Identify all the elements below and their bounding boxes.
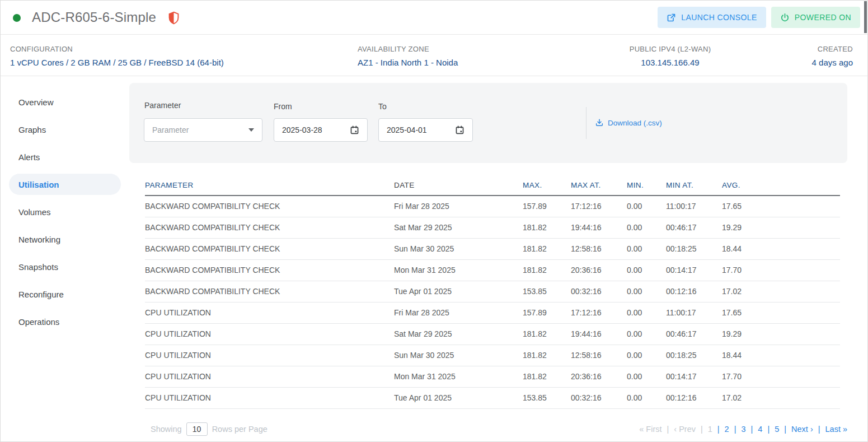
cell-parameter: BACKWARD COMPATIBILITY CHECK <box>145 196 394 217</box>
cell-min: 0.00 <box>627 217 666 238</box>
column-header-min[interactable]: MIN. <box>627 175 666 196</box>
table-row[interactable]: CPU UTILIZATIONTue Apr 01 2025153.8500:3… <box>145 387 840 408</box>
cell-avg: 17.02 <box>722 387 840 408</box>
cell-min: 0.00 <box>627 323 666 345</box>
table-row[interactable]: CPU UTILIZATIONFri Mar 28 2025157.8917:1… <box>145 302 840 323</box>
calendar-icon <box>455 125 465 135</box>
sidebar-item-networking[interactable]: Networking <box>9 229 121 250</box>
pagination-4[interactable]: 4 <box>758 425 762 434</box>
cell-max-at: 20:36:16 <box>571 259 627 281</box>
server-detail-page: ADC-R605-6-Simple LAUNCH CONSOLE <box>0 0 868 442</box>
configuration-value[interactable]: 1 vCPU Cores / 2 GB RAM / 25 GB / FreeBS… <box>10 58 358 67</box>
server-status-dot <box>13 14 21 22</box>
sidebar-item-reconfigure[interactable]: Reconfigure <box>9 283 121 305</box>
cell-avg: 17.02 <box>722 281 840 302</box>
public-ipv4-info: PUBLIC IPV4 (L2-WAN) 103.145.166.49 <box>595 35 745 76</box>
cell-parameter: CPU UTILIZATION <box>145 345 394 366</box>
cell-date: Sun Mar 30 2025 <box>394 345 523 366</box>
cell-min: 0.00 <box>627 281 666 302</box>
pagination-separator: | <box>701 425 703 434</box>
cell-min-at: 11:00:17 <box>666 196 722 217</box>
table-row[interactable]: BACKWARD COMPATIBILITY CHECKTue Apr 01 2… <box>145 281 840 302</box>
configuration-info: CONFIGURATION 1 vCPU Cores / 2 GB RAM / … <box>1 35 358 76</box>
download-csv-label: Download (.csv) <box>608 119 662 127</box>
cell-date: Mon Mar 31 2025 <box>394 259 523 281</box>
page-title: ADC-R605-6-Simple <box>32 10 156 25</box>
cell-max: 181.82 <box>523 345 571 366</box>
column-header-avg[interactable]: AVG. <box>722 175 840 196</box>
powered-on-button[interactable]: POWERED ON <box>771 7 860 28</box>
cell-avg: 18.44 <box>722 345 840 366</box>
created-value: 4 days ago <box>745 58 853 67</box>
cell-avg: 19.29 <box>722 217 840 238</box>
sidebar-item-graphs[interactable]: Graphs <box>9 119 121 140</box>
table-body: BACKWARD COMPATIBILITY CHECKFri Mar 28 2… <box>145 196 840 408</box>
table-row[interactable]: BACKWARD COMPATIBILITY CHECKSat Mar 29 2… <box>145 217 840 238</box>
sidebar-item-operations[interactable]: Operations <box>9 311 121 332</box>
availability-zone-value[interactable]: AZ1 - India North 1 - Noida <box>358 58 595 67</box>
parameter-label: Parameter <box>144 101 181 110</box>
download-csv-link[interactable]: Download (.csv) <box>595 114 662 132</box>
sidebar-item-utilisation[interactable]: Utilisation <box>9 174 121 195</box>
sidebar-item-label: Volumes <box>18 207 51 217</box>
cell-parameter: CPU UTILIZATION <box>145 387 394 408</box>
launch-console-label: LAUNCH CONSOLE <box>681 13 757 22</box>
pagination-separator: | <box>784 425 786 434</box>
cell-avg: 17.70 <box>722 366 840 387</box>
cell-min-at: 00:14:17 <box>666 366 722 387</box>
column-header-parameter[interactable]: PARAMETER <box>145 175 394 196</box>
pagination-5[interactable]: 5 <box>775 425 779 434</box>
power-icon <box>780 13 790 22</box>
pagination-prev: ‹ Prev <box>674 425 696 434</box>
cell-min: 0.00 <box>627 238 666 259</box>
cell-date: Mon Mar 31 2025 <box>394 366 523 387</box>
pagination-next[interactable]: Next › <box>791 425 813 434</box>
cell-date: Sat Mar 29 2025 <box>394 323 523 345</box>
column-header-max-at[interactable]: MAX AT. <box>571 175 627 196</box>
to-date-input[interactable]: 2025-04-01 <box>378 118 473 142</box>
rows-per-page-input[interactable] <box>186 422 208 436</box>
showing-label: Showing <box>151 425 182 434</box>
sidebar-item-alerts[interactable]: Alerts <box>9 146 121 168</box>
sidebar-item-label: Alerts <box>18 152 40 162</box>
sidebar-nav: Overview Graphs Alerts Utilisation Volum… <box>1 77 129 441</box>
sidebar-item-overview[interactable]: Overview <box>9 91 121 113</box>
cell-parameter: BACKWARD COMPATIBILITY CHECK <box>145 217 394 238</box>
cell-max-at: 17:12:16 <box>571 196 627 217</box>
scrollbar-thumb[interactable] <box>864 1 867 33</box>
cell-min-at: 00:18:25 <box>666 238 722 259</box>
created-label: CREATED <box>745 45 853 53</box>
created-info: CREATED 4 days ago <box>745 35 867 76</box>
from-date-input[interactable]: 2025-03-28 <box>274 118 368 142</box>
availability-zone-info: AVAILABILITY ZONE AZ1 - India North 1 - … <box>358 35 595 76</box>
pagination-last[interactable]: Last » <box>825 425 848 434</box>
table-row[interactable]: BACKWARD COMPATIBILITY CHECKMon Mar 31 2… <box>145 259 840 281</box>
cell-max: 153.85 <box>523 387 571 408</box>
filter-divider <box>586 107 587 139</box>
cell-date: Fri Mar 28 2025 <box>394 196 523 217</box>
sidebar-item-label: Overview <box>18 97 54 107</box>
sidebar-item-volumes[interactable]: Volumes <box>9 201 121 222</box>
shield-icon <box>168 11 179 25</box>
column-header-min-at[interactable]: MIN AT. <box>666 175 722 196</box>
table-row[interactable]: CPU UTILIZATIONSat Mar 29 2025181.8219:4… <box>145 323 840 345</box>
table-row[interactable]: CPU UTILIZATIONMon Mar 31 2025181.8220:3… <box>145 366 840 387</box>
sidebar-item-snapshots[interactable]: Snapshots <box>9 256 121 277</box>
launch-console-button[interactable]: LAUNCH CONSOLE <box>658 7 766 28</box>
table-row[interactable]: BACKWARD COMPATIBILITY CHECKFri Mar 28 2… <box>145 196 840 217</box>
parameter-select[interactable]: Parameter <box>144 118 262 142</box>
cell-max-at: 17:12:16 <box>571 302 627 323</box>
pagination-3[interactable]: 3 <box>741 425 745 434</box>
utilisation-table: PARAMETERDATEMAX.MAX AT.MIN.MIN AT.AVG. … <box>145 175 840 409</box>
table-row[interactable]: BACKWARD COMPATIBILITY CHECKSun Mar 30 2… <box>145 238 840 259</box>
to-label: To <box>378 102 387 111</box>
download-icon <box>595 118 604 127</box>
cell-min: 0.00 <box>627 259 666 281</box>
pagination-2[interactable]: 2 <box>725 425 729 434</box>
column-header-date[interactable]: DATE <box>394 175 523 196</box>
public-ipv4-value[interactable]: 103.145.166.49 <box>595 58 745 67</box>
parameter-select-placeholder: Parameter <box>152 125 189 134</box>
cell-min: 0.00 <box>627 302 666 323</box>
table-row[interactable]: CPU UTILIZATIONSun Mar 30 2025181.8212:5… <box>145 345 840 366</box>
column-header-max[interactable]: MAX. <box>523 175 571 196</box>
